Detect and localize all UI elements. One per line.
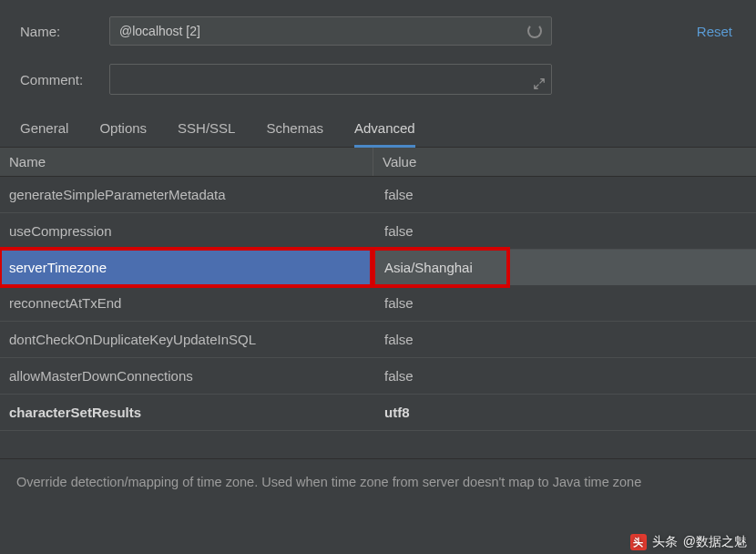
property-value[interactable]: false [373,358,756,394]
table-row[interactable]: useCompressionfalse [0,213,756,250]
loading-spinner-icon [527,24,542,38]
property-value[interactable]: false [373,285,756,321]
table-empty-space [0,431,756,458]
table-row[interactable]: reconnectAtTxEndfalse [0,285,756,322]
watermark-handle: @数据之魅 [683,534,747,550]
property-value[interactable]: false [373,177,756,212]
property-name: generateSimpleParameterMetadata [0,177,373,212]
tab-advanced[interactable]: Advanced [354,113,415,148]
tab-general[interactable]: General [20,113,68,147]
reset-link[interactable]: Reset [697,24,736,39]
name-input[interactable]: @localhost [2] [109,16,552,46]
property-name: dontCheckOnDuplicateKeyUpdateInSQL [0,322,373,357]
table-header: Name Value [0,148,756,177]
name-label: Name: [20,24,109,39]
name-input-value: @localhost [2] [119,24,200,38]
help-description: Override detection/mapping of time zone.… [0,458,756,505]
tab-sshssl[interactable]: SSH/SSL [178,113,235,147]
table-row[interactable]: serverTimezoneAsia/Shanghai [0,250,756,285]
property-value[interactable]: false [373,213,756,249]
table-row[interactable]: generateSimpleParameterMetadatafalse [0,177,756,213]
column-header-value[interactable]: Value [373,148,756,176]
comment-label: Comment: [20,72,109,87]
property-value[interactable]: utf8 [373,395,756,430]
watermark: 头 头条 @数据之魅 [630,534,747,550]
table-row[interactable]: dontCheckOnDuplicateKeyUpdateInSQLfalse [0,322,756,358]
watermark-prefix: 头条 [652,534,678,550]
column-header-name[interactable]: Name [0,148,373,176]
property-name: allowMasterDownConnections [0,358,373,394]
expand-icon [533,77,546,90]
property-name: useCompression [0,213,373,249]
tabs-bar: GeneralOptionsSSH/SSLSchemasAdvanced [0,113,756,148]
property-value[interactable]: Asia/Shanghai [373,250,756,285]
property-name: characterSetResults [0,395,373,430]
toutiao-logo-icon: 头 [630,534,647,550]
table-row[interactable]: allowMasterDownConnectionsfalse [0,358,756,395]
tab-schemas[interactable]: Schemas [266,113,323,147]
property-name: reconnectAtTxEnd [0,285,373,321]
tab-options[interactable]: Options [99,113,147,147]
comment-input[interactable] [109,64,552,95]
property-name: serverTimezone [0,250,373,285]
property-value[interactable]: false [373,322,756,357]
properties-table: Name Value generateSimpleParameterMetada… [0,148,756,458]
table-row[interactable]: characterSetResultsutf8 [0,395,756,431]
